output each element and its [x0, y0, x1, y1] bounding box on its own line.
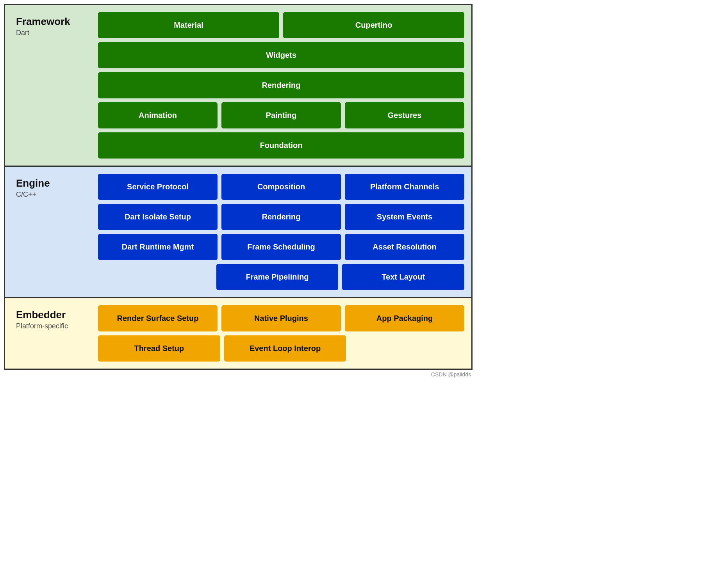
embedder-subtitle: Platform-specific [16, 322, 94, 330]
embedder-title: Embedder [16, 309, 94, 321]
engine-title: Engine [16, 178, 94, 189]
content-cell: Composition [221, 174, 341, 200]
content-row: Service ProtocolCompositionPlatform Chan… [98, 174, 464, 200]
content-cell: Event Loop Interop [224, 335, 346, 362]
watermark: CSDN @paiidds [4, 370, 474, 379]
content-row: Rendering [98, 72, 464, 98]
content-row: Render Surface SetupNative PluginsApp Pa… [98, 305, 464, 331]
content-cell: Frame Scheduling [221, 234, 341, 260]
content-cell: Dart Runtime Mgmt [98, 234, 218, 260]
content-cell: App Packaging [345, 305, 464, 331]
framework-subtitle: Dart [16, 29, 94, 37]
content-cell: Platform Channels [345, 174, 464, 200]
content-cell: Foundation [98, 132, 464, 159]
framework-title: Framework [16, 16, 94, 27]
framework-content: MaterialCupertinoWidgetsRenderingAnimati… [98, 12, 464, 159]
engine-subtitle: C/C++ [16, 191, 94, 199]
content-cell: Render Surface Setup [98, 305, 218, 331]
content-row: Thread SetupEvent Loop Interop [98, 335, 464, 362]
content-cell: Cupertino [283, 12, 464, 38]
content-cell: Animation [98, 102, 218, 128]
content-row: Widgets [98, 42, 464, 68]
content-cell: Asset Resolution [345, 234, 464, 260]
embedder-section: Embedder Platform-specific Render Surfac… [5, 298, 471, 369]
content-row: Frame PipeliningText Layout [98, 264, 464, 290]
content-cell: Gestures [345, 102, 464, 128]
content-cell: Service Protocol [98, 174, 218, 200]
content-cell: Rendering [221, 204, 341, 230]
content-row: Dart Runtime MgmtFrame SchedulingAsset R… [98, 234, 464, 260]
content-cell: Rendering [98, 72, 464, 98]
content-cell: Widgets [98, 42, 464, 68]
content-cell: Thread Setup [98, 335, 220, 362]
embedder-label: Embedder Platform-specific [12, 305, 98, 362]
framework-section: Framework Dart MaterialCupertinoWidgetsR… [5, 5, 471, 167]
content-row: AnimationPaintingGestures [98, 102, 464, 128]
content-cell: Text Layout [342, 264, 464, 290]
engine-section: Engine C/C++ Service ProtocolComposition… [5, 167, 471, 298]
content-cell: Native Plugins [221, 305, 341, 331]
content-cell: Material [98, 12, 279, 38]
engine-label: Engine C/C++ [12, 174, 98, 290]
framework-label: Framework Dart [12, 12, 98, 159]
content-cell: Painting [221, 102, 341, 128]
content-row: Dart Isolate SetupRenderingSystem Events [98, 204, 464, 230]
content-cell: Dart Isolate Setup [98, 204, 218, 230]
content-cell: System Events [345, 204, 464, 230]
content-cell: Frame Pipelining [216, 264, 339, 290]
embedder-content: Render Surface SetupNative PluginsApp Pa… [98, 305, 464, 362]
content-row: Foundation [98, 132, 464, 159]
flutter-architecture-diagram: Framework Dart MaterialCupertinoWidgetsR… [4, 4, 473, 370]
engine-content: Service ProtocolCompositionPlatform Chan… [98, 174, 464, 290]
content-row: MaterialCupertino [98, 12, 464, 38]
